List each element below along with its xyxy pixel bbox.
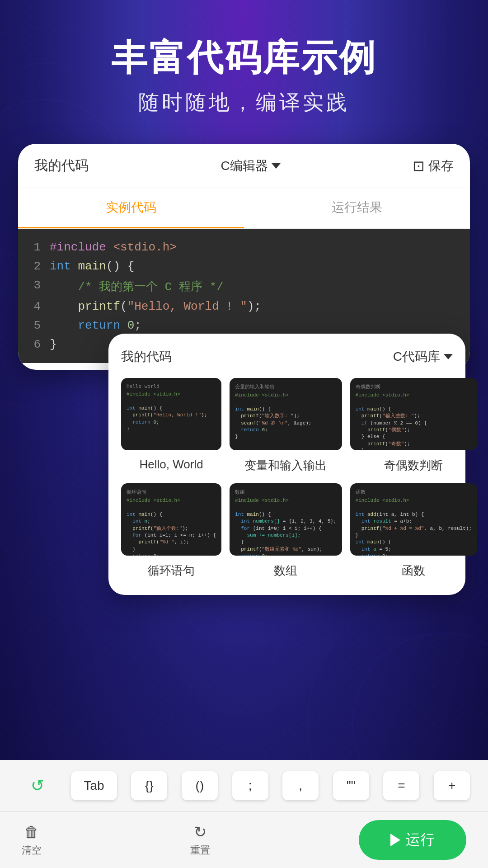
semi-button[interactable]: ; (232, 771, 268, 800)
example-label-odd-even: 奇偶数判断 (350, 456, 477, 475)
code-line-1: 1 #include <stdio.h> (18, 238, 470, 257)
example-item-hello-world[interactable]: Hello world #include <stdio.h> int main(… (121, 378, 221, 475)
library-header: 我的代码 C代码库 (121, 348, 453, 365)
quote-button[interactable]: "" (333, 771, 369, 800)
library-dropdown[interactable]: C代码库 (393, 348, 453, 365)
editor-save-button[interactable]: ⊡ 保存 (413, 157, 454, 175)
reset-button[interactable]: ↻ 重置 (190, 823, 210, 857)
example-thumb-hello-world: Hello world #include <stdio.h> int main(… (121, 378, 221, 450)
header-section: 丰富代码库示例 随时随地，编译实践 (0, 0, 488, 117)
trash-icon: 🗑 (24, 823, 39, 841)
editor-header: 我的代码 C编辑器 ⊡ 保存 (18, 144, 470, 188)
code-line-2: 2 int main() { (18, 257, 470, 276)
example-item-array[interactable]: 数组 #include <stdio.h> int main() { int n… (230, 483, 342, 580)
title-main: 丰富代码库示例 (0, 36, 488, 80)
example-label-function: 函数 (350, 561, 477, 580)
editor-title: 我的代码 (34, 156, 89, 175)
tab-example[interactable]: 实例代码 (18, 188, 244, 228)
tab-result[interactable]: 运行结果 (244, 188, 470, 228)
example-item-variable[interactable]: 变量的输入和输出 #include <stdio.h> int main() {… (230, 378, 342, 475)
editor-tabs: 实例代码 运行结果 (18, 188, 470, 229)
keyboard-actions: 🗑 清空 ↻ 重置 运行 (0, 812, 488, 868)
example-label-array: 数组 (230, 561, 342, 580)
library-dropdown-arrow-icon (444, 354, 453, 359)
example-item-function[interactable]: 函数 #include <stdio.h> int add(int a, int… (350, 483, 477, 580)
equals-button[interactable]: = (383, 771, 419, 800)
editor-mode-dropdown[interactable]: C编辑器 (221, 157, 280, 175)
example-thumb-variable: 变量的输入和输出 #include <stdio.h> int main() {… (230, 378, 342, 450)
keyboard-bar: ↺ Tab {} () ; , "" = + 🗑 清空 ↻ 重置 运行 (0, 760, 488, 868)
reset-label: 重置 (190, 844, 210, 857)
example-item-odd-even[interactable]: 奇偶数判断 #include <stdio.h> int main() { pr… (350, 378, 477, 475)
paren-button[interactable]: () (182, 771, 218, 800)
example-label-hello-world: Hello, World (121, 456, 221, 473)
clear-label: 清空 (22, 844, 42, 857)
play-icon (390, 834, 400, 846)
library-dropdown-label: C代码库 (393, 348, 440, 365)
code-line-5: 5 return 0; (18, 316, 470, 335)
plus-button[interactable]: + (434, 771, 470, 800)
save-label: 保存 (428, 157, 454, 175)
dropdown-arrow-icon (272, 163, 281, 169)
editor-mode-label: C编辑器 (221, 157, 267, 175)
example-label-loop: 循环语句 (121, 561, 221, 580)
example-thumb-odd-even: 奇偶数判断 #include <stdio.h> int main() { pr… (350, 378, 477, 450)
back-button[interactable]: ↺ (18, 769, 57, 802)
clear-button[interactable]: 🗑 清空 (22, 823, 42, 857)
library-card: 我的代码 C代码库 Hello world #include <stdio.h>… (108, 334, 465, 595)
example-item-loop[interactable]: 循环语句 #include <stdio.h> int main() { int… (121, 483, 221, 580)
example-label-variable: 变量和输入输出 (230, 456, 342, 475)
examples-grid: Hello world #include <stdio.h> int main(… (121, 378, 453, 580)
run-button[interactable]: 运行 (359, 820, 466, 860)
title-sub: 随时随地，编译实践 (0, 89, 488, 117)
code-line-4: 4 printf("Hello, World ! "); (18, 297, 470, 316)
library-title: 我的代码 (121, 348, 172, 365)
brace-button[interactable]: {} (131, 771, 167, 800)
comma-button[interactable]: , (282, 771, 319, 800)
example-thumb-loop: 循环语句 #include <stdio.h> int main() { int… (121, 483, 221, 556)
example-thumb-function: 函数 #include <stdio.h> int add(int a, int… (350, 483, 477, 556)
reset-icon: ↻ (194, 823, 206, 841)
code-line-3: 3 /* 我的第一个 C 程序 */ (18, 276, 470, 297)
keyboard-shortcuts: ↺ Tab {} () ; , "" = + (0, 760, 488, 812)
run-label: 运行 (406, 830, 435, 850)
example-thumb-array: 数组 #include <stdio.h> int main() { int n… (230, 483, 342, 556)
tab-button[interactable]: Tab (71, 771, 117, 800)
save-icon: ⊡ (413, 157, 425, 175)
